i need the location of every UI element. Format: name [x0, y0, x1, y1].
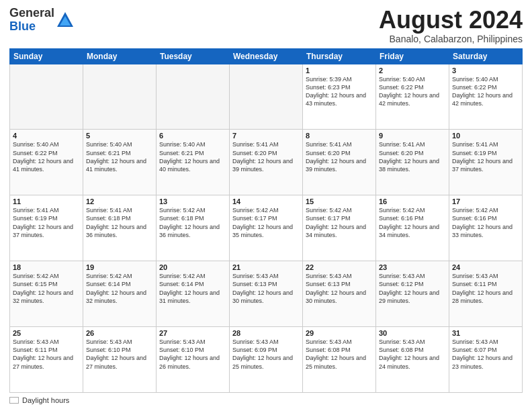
calendar-cell: 24Sunrise: 5:43 AMSunset: 6:11 PMDayligh… — [449, 261, 523, 327]
day-number: 12 — [86, 197, 153, 205]
day-number: 14 — [232, 197, 300, 205]
day-info: Sunrise: 5:41 AMSunset: 6:18 PMDaylight:… — [86, 206, 153, 239]
logo-blue-text: Blue — [9, 19, 36, 33]
day-number: 3 — [452, 66, 519, 75]
weekday-header: Monday — [83, 48, 157, 64]
day-number: 23 — [379, 263, 446, 271]
day-info: Sunrise: 5:41 AMSunset: 6:20 PMDaylight:… — [379, 140, 446, 173]
day-info: Sunrise: 5:43 AMSunset: 6:08 PMDaylight:… — [306, 338, 373, 371]
day-info: Sunrise: 5:43 AMSunset: 6:13 PMDaylight:… — [306, 272, 373, 305]
day-number: 24 — [452, 263, 519, 271]
day-number: 2 — [379, 66, 446, 75]
calendar-week-row: 11Sunrise: 5:41 AMSunset: 6:19 PMDayligh… — [10, 195, 523, 261]
footer: Daylight hours — [9, 396, 523, 404]
day-info: Sunrise: 5:40 AMSunset: 6:22 PMDaylight:… — [13, 140, 80, 173]
day-info: Sunrise: 5:39 AMSunset: 6:23 PMDaylight:… — [306, 75, 373, 108]
page: General Blue August 2024 Banalo, Calabar… — [0, 0, 532, 411]
day-info: Sunrise: 5:42 AMSunset: 6:16 PMDaylight:… — [452, 206, 519, 239]
day-number: 6 — [159, 132, 226, 140]
day-number: 29 — [306, 329, 373, 337]
day-info: Sunrise: 5:43 AMSunset: 6:11 PMDaylight:… — [13, 338, 80, 371]
weekday-header: Wednesday — [230, 48, 303, 64]
weekday-header: Saturday — [449, 48, 523, 64]
calendar-cell: 25Sunrise: 5:43 AMSunset: 6:11 PMDayligh… — [10, 327, 83, 393]
day-number: 19 — [86, 263, 153, 271]
calendar-cell: 21Sunrise: 5:43 AMSunset: 6:13 PMDayligh… — [230, 261, 303, 327]
day-info: Sunrise: 5:43 AMSunset: 6:07 PMDaylight:… — [452, 338, 519, 371]
calendar-cell: 9Sunrise: 5:41 AMSunset: 6:20 PMDaylight… — [376, 130, 449, 195]
day-number: 28 — [232, 329, 300, 337]
calendar-cell: 5Sunrise: 5:40 AMSunset: 6:21 PMDaylight… — [83, 130, 157, 195]
day-number: 27 — [159, 329, 226, 337]
day-number: 25 — [13, 329, 80, 337]
day-number: 22 — [306, 263, 373, 271]
day-info: Sunrise: 5:41 AMSunset: 6:19 PMDaylight:… — [452, 140, 519, 173]
calendar-cell: 2Sunrise: 5:40 AMSunset: 6:22 PMDaylight… — [376, 64, 449, 130]
day-number: 1 — [306, 66, 373, 75]
day-info: Sunrise: 5:40 AMSunset: 6:21 PMDaylight:… — [159, 140, 226, 173]
calendar-cell: 1Sunrise: 5:39 AMSunset: 6:23 PMDaylight… — [303, 64, 376, 130]
header: General Blue August 2024 Banalo, Calabar… — [9, 7, 523, 44]
day-info: Sunrise: 5:42 AMSunset: 6:16 PMDaylight:… — [379, 206, 446, 239]
day-info: Sunrise: 5:41 AMSunset: 6:19 PMDaylight:… — [13, 206, 80, 239]
day-number: 18 — [13, 263, 80, 271]
calendar-cell: 26Sunrise: 5:43 AMSunset: 6:10 PMDayligh… — [83, 327, 157, 393]
day-number: 16 — [379, 197, 446, 205]
day-number: 26 — [86, 329, 153, 337]
day-info: Sunrise: 5:43 AMSunset: 6:11 PMDaylight:… — [452, 272, 519, 305]
calendar-cell — [157, 64, 230, 130]
calendar-cell: 23Sunrise: 5:43 AMSunset: 6:12 PMDayligh… — [376, 261, 449, 327]
day-info: Sunrise: 5:42 AMSunset: 6:15 PMDaylight:… — [13, 272, 80, 305]
logo-icon — [56, 11, 75, 30]
calendar-cell — [230, 64, 303, 130]
daylight-box — [9, 397, 19, 404]
calendar-cell: 28Sunrise: 5:43 AMSunset: 6:09 PMDayligh… — [230, 327, 303, 393]
weekday-header: Friday — [376, 48, 449, 64]
daylight-label: Daylight hours — [22, 396, 69, 404]
calendar-cell: 14Sunrise: 5:42 AMSunset: 6:17 PMDayligh… — [230, 195, 303, 261]
day-info: Sunrise: 5:42 AMSunset: 6:14 PMDaylight:… — [159, 272, 226, 305]
calendar-cell: 19Sunrise: 5:42 AMSunset: 6:14 PMDayligh… — [83, 261, 157, 327]
day-info: Sunrise: 5:42 AMSunset: 6:17 PMDaylight:… — [306, 206, 373, 239]
calendar-cell: 20Sunrise: 5:42 AMSunset: 6:14 PMDayligh… — [157, 261, 230, 327]
calendar-cell: 6Sunrise: 5:40 AMSunset: 6:21 PMDaylight… — [157, 130, 230, 195]
weekday-header: Tuesday — [157, 48, 230, 64]
day-number: 20 — [159, 263, 226, 271]
calendar-cell: 22Sunrise: 5:43 AMSunset: 6:13 PMDayligh… — [303, 261, 376, 327]
calendar-cell: 15Sunrise: 5:42 AMSunset: 6:17 PMDayligh… — [303, 195, 376, 261]
day-info: Sunrise: 5:40 AMSunset: 6:21 PMDaylight:… — [86, 140, 153, 173]
month-title: August 2024 — [379, 7, 523, 34]
day-number: 15 — [306, 197, 373, 205]
calendar-cell: 10Sunrise: 5:41 AMSunset: 6:19 PMDayligh… — [449, 130, 523, 195]
calendar-cell: 31Sunrise: 5:43 AMSunset: 6:07 PMDayligh… — [449, 327, 523, 393]
title-area: August 2024 Banalo, Calabarzon, Philippi… — [379, 7, 523, 44]
logo: General Blue — [9, 7, 75, 34]
calendar-week-row: 4Sunrise: 5:40 AMSunset: 6:22 PMDaylight… — [10, 130, 523, 195]
day-number: 17 — [452, 197, 519, 205]
day-number: 8 — [306, 132, 373, 140]
weekday-header: Sunday — [10, 48, 83, 64]
weekday-header: Thursday — [303, 48, 376, 64]
day-info: Sunrise: 5:43 AMSunset: 6:09 PMDaylight:… — [232, 338, 300, 371]
calendar-cell: 4Sunrise: 5:40 AMSunset: 6:22 PMDaylight… — [10, 130, 83, 195]
day-info: Sunrise: 5:43 AMSunset: 6:13 PMDaylight:… — [232, 272, 300, 305]
day-info: Sunrise: 5:43 AMSunset: 6:10 PMDaylight:… — [159, 338, 226, 371]
day-info: Sunrise: 5:42 AMSunset: 6:18 PMDaylight:… — [159, 206, 226, 239]
day-info: Sunrise: 5:43 AMSunset: 6:10 PMDaylight:… — [86, 338, 153, 371]
day-number: 11 — [13, 197, 80, 205]
calendar-cell: 7Sunrise: 5:41 AMSunset: 6:20 PMDaylight… — [230, 130, 303, 195]
day-number: 30 — [379, 329, 446, 337]
day-number: 10 — [452, 132, 519, 140]
calendar-cell: 17Sunrise: 5:42 AMSunset: 6:16 PMDayligh… — [449, 195, 523, 261]
day-number: 9 — [379, 132, 446, 140]
day-info: Sunrise: 5:40 AMSunset: 6:22 PMDaylight:… — [379, 75, 446, 108]
calendar-cell: 29Sunrise: 5:43 AMSunset: 6:08 PMDayligh… — [303, 327, 376, 393]
day-number: 4 — [13, 132, 80, 140]
calendar-cell: 16Sunrise: 5:42 AMSunset: 6:16 PMDayligh… — [376, 195, 449, 261]
calendar-week-row: 1Sunrise: 5:39 AMSunset: 6:23 PMDaylight… — [10, 64, 523, 130]
calendar-cell — [10, 64, 83, 130]
weekday-header-row: SundayMondayTuesdayWednesdayThursdayFrid… — [10, 48, 523, 64]
calendar-cell: 27Sunrise: 5:43 AMSunset: 6:10 PMDayligh… — [157, 327, 230, 393]
day-info: Sunrise: 5:41 AMSunset: 6:20 PMDaylight:… — [232, 140, 300, 173]
day-info: Sunrise: 5:41 AMSunset: 6:20 PMDaylight:… — [306, 140, 373, 173]
